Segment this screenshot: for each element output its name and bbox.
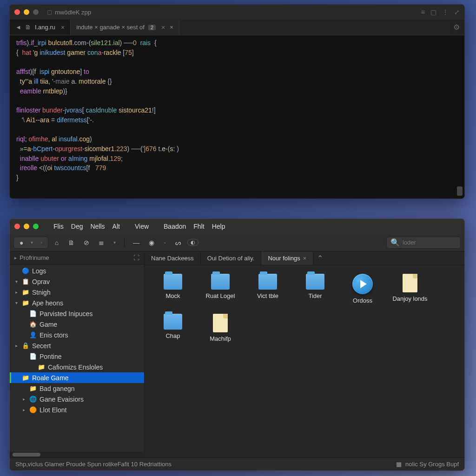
minimize-window-icon[interactable] bbox=[24, 224, 29, 229]
file-item-chap[interactable]: Chap bbox=[154, 314, 192, 343]
menu-fhlt[interactable]: Fhlt bbox=[191, 222, 207, 231]
nav-forward-icon[interactable]: ▾ bbox=[28, 239, 36, 246]
chevron-icon[interactable]: ▾ bbox=[13, 300, 19, 305]
chevron-icon[interactable]: ▸ bbox=[21, 407, 26, 412]
sidebar-expand-icon[interactable]: ⛶ bbox=[133, 254, 139, 261]
code-line[interactable]: inablle ubuter or alming mjlofal.129; bbox=[16, 154, 458, 164]
file-item-ruat-logel[interactable]: Ruat Logel bbox=[201, 274, 239, 304]
menu-flis[interactable]: Flis bbox=[51, 222, 66, 231]
sidebar-hscroll[interactable] bbox=[10, 452, 144, 457]
code-line[interactable]: »=a-bCpert-opurgrest-sicomber1.223) ──('… bbox=[16, 144, 458, 154]
sidebar-item-gane-evaisiors[interactable]: ▸🌐Gane Evaisiors bbox=[10, 394, 144, 404]
close-window-icon[interactable] bbox=[14, 9, 20, 15]
link-icon[interactable]: ᔕ bbox=[172, 238, 184, 247]
code-line[interactable]: { hat 'g inikudest gamer cona-rackle [75… bbox=[16, 48, 458, 58]
code-line[interactable]: trfis).if_irpi bulcutofl.com-(sile121.ia… bbox=[16, 38, 458, 48]
sidebar-item-roale-game[interactable]: 📁Roale Game bbox=[10, 372, 144, 383]
back-icon[interactable]: ◄ bbox=[15, 24, 21, 31]
fm-tab-nane-dackeess[interactable]: Nane Dackeess bbox=[145, 251, 201, 265]
fm-content-grid[interactable]: MockRuat LogelVict tbleTiderOrdossDanjoy… bbox=[145, 265, 464, 457]
close-icon[interactable]: × bbox=[61, 24, 65, 31]
code-editor-body[interactable]: trfis).if_irpi bulcutofl.com-(sile121.ia… bbox=[10, 35, 464, 198]
sidebar-chevron-icon[interactable]: ▸ bbox=[14, 255, 17, 260]
sidebar-item-oprav[interactable]: ▾📋Oprav bbox=[10, 276, 144, 287]
code-line[interactable]: flinloster bunder-jvoras[ casldnuble sis… bbox=[16, 106, 458, 115]
code-line[interactable]: eamble rntblep)} bbox=[16, 86, 458, 96]
split-icon[interactable]: ▢ bbox=[430, 8, 436, 16]
code-line[interactable]: ireolle <((oi twscountcs[f 779 bbox=[16, 163, 458, 173]
list-icon[interactable]: ≣ bbox=[96, 238, 107, 247]
chevron-icon[interactable]: ▸ bbox=[13, 343, 19, 348]
sidebar-item-logs[interactable]: 🔵Logs bbox=[10, 265, 144, 276]
code-line[interactable]: afffst)[f ispi gntoutone] to bbox=[16, 67, 458, 77]
editor-tab-2[interactable]: indute × ganade × sest of 2 × × bbox=[71, 20, 179, 35]
record-icon[interactable]: ◉ bbox=[146, 238, 157, 247]
scrollbar-thumb[interactable] bbox=[13, 453, 40, 456]
home-icon[interactable]: ⌂ bbox=[52, 238, 61, 247]
code-line[interactable]: } bbox=[16, 173, 458, 183]
file-item-machifp[interactable]: Machifp bbox=[201, 314, 239, 343]
editor-titlebar[interactable]: ▢ mwödleK zpp ≡ ▢ ⋮ ⤢ bbox=[10, 5, 464, 20]
fm-titlebar[interactable]: FlisDegNellsAltViewBaadonFhltHelp bbox=[10, 219, 464, 234]
tab-settings-icon[interactable]: ⚙ bbox=[449, 20, 464, 35]
maximize-window-icon[interactable] bbox=[33, 9, 39, 15]
sidebar-item-pontine[interactable]: 📄Pontine bbox=[10, 351, 144, 362]
menu-view[interactable]: View bbox=[132, 222, 152, 231]
close-all-icon[interactable]: × bbox=[170, 24, 173, 31]
editor-tab-1[interactable]: ◄ 🗎 I.ang.ru × bbox=[10, 20, 71, 35]
file-item-mock[interactable]: Mock bbox=[154, 274, 192, 304]
sidebar-item-cafiomizs-ensloles[interactable]: 📁Cafiomizs Ensloles bbox=[10, 362, 144, 372]
cancel-icon[interactable]: ⊘ bbox=[81, 238, 92, 247]
minus-icon[interactable]: — bbox=[130, 238, 142, 247]
file-item-ordoss[interactable]: Ordoss bbox=[344, 274, 382, 304]
file-item-danjoy-londs[interactable]: Danjoy londs bbox=[391, 274, 429, 304]
menu-alt[interactable]: Alt bbox=[110, 222, 123, 231]
code-line[interactable] bbox=[16, 125, 458, 134]
fm-tab-oui-detion-of-aliy-[interactable]: Oui Detion of aliy. bbox=[201, 251, 262, 265]
dash-icon[interactable]: - bbox=[161, 238, 169, 247]
chevron-down-icon[interactable]: ▾ bbox=[111, 239, 119, 246]
tab-caret-icon[interactable]: ⌃ bbox=[317, 254, 323, 263]
search-field[interactable]: 🔍 bbox=[386, 237, 461, 249]
code-line[interactable]: ty"'a ill tiia, '-maie a. mottorale {} bbox=[16, 77, 458, 86]
maximize-window-icon[interactable] bbox=[33, 224, 39, 229]
chevron-icon[interactable]: ▾ bbox=[13, 279, 19, 284]
more-icon[interactable]: ⋮ bbox=[442, 8, 449, 16]
menu-deg[interactable]: Deg bbox=[68, 222, 86, 231]
nav-back-icon[interactable]: ● bbox=[17, 238, 26, 247]
menu-help[interactable]: Help bbox=[209, 222, 228, 231]
close-icon[interactable]: × bbox=[161, 24, 165, 31]
toggle-icon[interactable]: ◐ bbox=[187, 239, 198, 246]
code-line[interactable] bbox=[16, 96, 458, 106]
document-icon[interactable]: 🗎 bbox=[65, 238, 77, 247]
sidebar-item-stnigh[interactable]: ▸📁Stnigh bbox=[10, 287, 144, 298]
code-line[interactable]: '\ Ai1--ara = difermetss['-. bbox=[16, 115, 458, 125]
sidebar-item-parvisted-inipuces[interactable]: 📄Parvisted Inipuces bbox=[10, 308, 144, 319]
expand-icon[interactable]: ⤢ bbox=[454, 8, 460, 16]
file-item-vict-tble[interactable]: Vict tble bbox=[249, 274, 287, 304]
sidebar-item-llot-elont[interactable]: ▸🟠Llot Elont bbox=[10, 404, 144, 415]
sidebar-item-ape-heons[interactable]: ▾📁Ape heons bbox=[10, 298, 144, 308]
fm-tab-nour-folings[interactable]: Nour folings× bbox=[261, 251, 313, 265]
fm-menubar: FlisDegNellsAltViewBaadonFhltHelp bbox=[42, 222, 228, 231]
sidebar-item-game[interactable]: 🏠Game bbox=[10, 319, 144, 330]
minimize-window-icon[interactable] bbox=[24, 9, 29, 15]
vertical-scrollbar[interactable] bbox=[457, 186, 463, 196]
sidebar-item-bad-ganegn[interactable]: 📁Bad ganegn bbox=[10, 383, 144, 394]
search-input[interactable] bbox=[403, 239, 454, 246]
code-line[interactable]: riql; ofimhe, al insufal.cog) bbox=[16, 134, 458, 144]
item-icon: 🔵 bbox=[22, 267, 29, 274]
close-window-icon[interactable] bbox=[14, 224, 20, 229]
menu-icon[interactable]: ≡ bbox=[421, 8, 425, 16]
sidebar-item-secert[interactable]: ▸🔒Secert bbox=[10, 340, 144, 351]
chevron-icon[interactable]: ▸ bbox=[21, 397, 26, 402]
menu-nells[interactable]: Nells bbox=[87, 222, 107, 231]
close-icon[interactable]: × bbox=[303, 255, 307, 262]
nav-menu-icon[interactable]: › bbox=[38, 239, 45, 246]
file-item-tider[interactable]: Tider bbox=[296, 274, 334, 304]
chevron-icon[interactable]: ▸ bbox=[13, 290, 19, 295]
status-icon[interactable]: ▦ bbox=[396, 461, 402, 468]
code-line[interactable] bbox=[16, 57, 458, 67]
menu-baadon[interactable]: Baadon bbox=[161, 222, 189, 231]
sidebar-item-enis-ctors[interactable]: 👤Enis ctors bbox=[10, 330, 144, 340]
